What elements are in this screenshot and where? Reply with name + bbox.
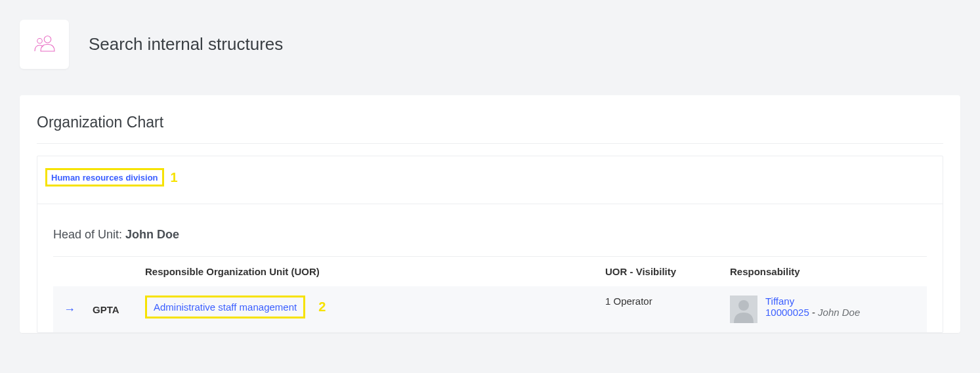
page-title: Search internal structures (89, 34, 283, 55)
unit-head-label: Head of Unit: (53, 228, 125, 241)
organization-chart-card: Organization Chart Human resources divis… (20, 95, 960, 333)
table-row: → GPTA Administrative staff management 2 (53, 286, 927, 332)
unit-head-name: John Doe (125, 228, 179, 241)
org-chart-inner: Human resources division 1 Head of Unit:… (37, 156, 943, 333)
svg-point-2 (738, 300, 749, 311)
breadcrumb-row: Human resources division 1 (37, 156, 943, 204)
org-table: Responsible Organization Unit (UOR) UOR … (53, 256, 927, 332)
row-code: GPTA (93, 304, 119, 315)
arrow-right-icon[interactable]: → (64, 303, 75, 316)
svg-point-0 (44, 35, 51, 43)
people-icon-box (20, 20, 69, 69)
annotation-1: 1 (171, 170, 178, 185)
col-header-uor: Responsible Organization Unit (UOR) (138, 257, 599, 287)
breadcrumb-highlight: Human resources division (45, 168, 164, 186)
avatar (730, 296, 757, 323)
col-header-code (86, 257, 138, 287)
resp-person: John Doe (818, 307, 860, 318)
row-visibility: 1 Operator (605, 296, 652, 307)
col-header-arrow (53, 257, 86, 287)
section-title: Organization Chart (37, 114, 943, 144)
breadcrumb-link-hr-division[interactable]: Human resources division (51, 173, 158, 183)
uor-link-highlight: Administrative staff management (145, 296, 305, 318)
svg-point-1 (37, 38, 42, 43)
resp-sep: - (809, 307, 818, 318)
col-header-responsibility: Responsability (723, 257, 927, 287)
resp-name-link[interactable]: Tiffany (765, 296, 794, 307)
uor-link-administrative-staff[interactable]: Administrative staff management (154, 301, 297, 313)
responsibility-text: Tiffany 10000025 - John Doe (765, 296, 860, 318)
col-header-visibility: UOR - Visibility (599, 257, 723, 287)
unit-head-row: Head of Unit: John Doe (37, 204, 943, 256)
annotation-2: 2 (318, 299, 326, 315)
org-table-wrapper: Responsible Organization Unit (UOR) UOR … (37, 256, 943, 332)
people-icon (33, 34, 56, 55)
resp-id-link[interactable]: 10000025 (765, 307, 809, 318)
